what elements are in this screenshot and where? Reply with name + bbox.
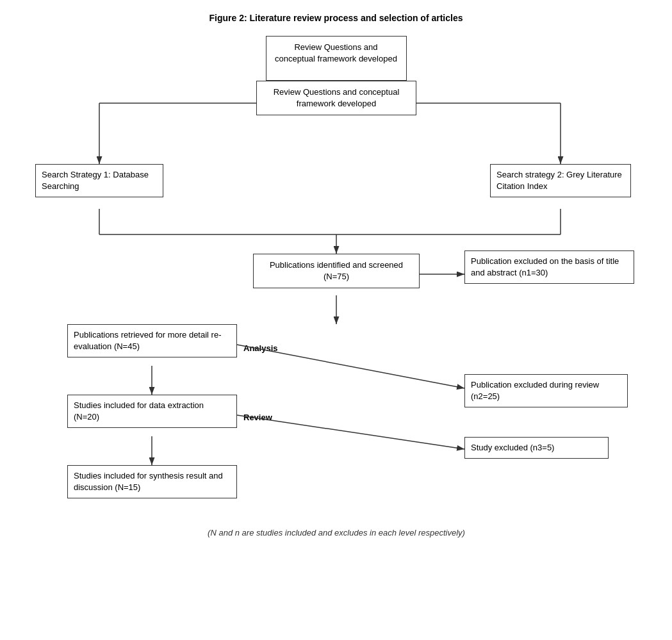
top-box: Review Questions and conceptual framewor… [266, 36, 407, 81]
publications-box-fo: Publications identified and screened (N=… [253, 254, 420, 288]
right-box-fo: Search strategy 2: Grey Literature Citat… [490, 164, 631, 197]
retrieved-box-fo: Publications retrieved for more detail r… [67, 324, 237, 357]
figure-title: Figure 2: Literature review process and … [209, 13, 463, 23]
svg-line-14 [237, 345, 464, 388]
diagram-container: Figure 2: Literature review process and … [29, 13, 644, 638]
left-box-fo: Search Strategy 1: Database Searching [35, 164, 163, 197]
footer-note-text: (N and n are studies included and exclud… [208, 528, 465, 537]
excluded-review-box-fo: Publication excluded during review (n2=2… [464, 374, 628, 407]
study-excluded-box-fo: Study excluded (n3=5) [464, 437, 609, 459]
studies-extraction-box-fo: Studies included for data extraction (N=… [67, 395, 237, 428]
top-box-fo: Review Questions and conceptual framewor… [256, 81, 416, 115]
svg-line-16 [237, 415, 464, 449]
excluded-title-box-fo: Publication excluded on the basis of tit… [464, 250, 634, 284]
studies-synthesis-box-fo: Studies included for synthesis result an… [67, 465, 237, 498]
review-label: Review [243, 413, 273, 422]
flowchart-svg: Review Questions and conceptual framewor… [29, 81, 644, 638]
